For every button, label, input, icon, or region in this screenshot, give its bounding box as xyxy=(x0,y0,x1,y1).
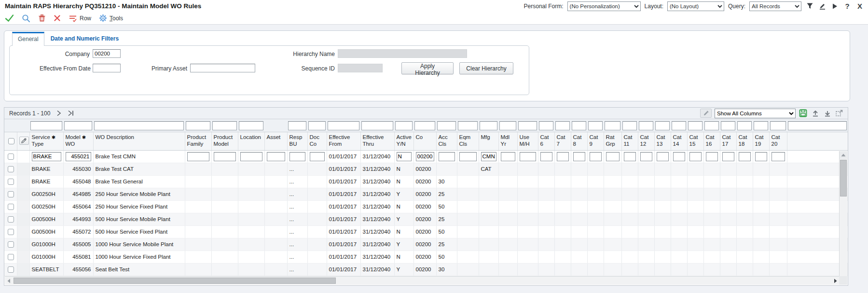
row-menu[interactable]: Row xyxy=(69,14,91,22)
row-checkbox[interactable] xyxy=(8,254,14,260)
cell-input-cat14[interactable] xyxy=(673,152,685,161)
row-checkbox[interactable] xyxy=(8,179,14,185)
tools-menu[interactable]: Tools xyxy=(99,14,123,22)
show-columns-select[interactable]: Show All Columns xyxy=(715,109,796,118)
qbe-input-resp_bu[interactable] xyxy=(288,121,306,130)
qbe-input-doc_co[interactable] xyxy=(308,121,326,130)
filter-icon[interactable] xyxy=(805,2,814,11)
qbe-input-co[interactable] xyxy=(414,121,435,130)
cell-input-cat16[interactable] xyxy=(706,152,718,161)
cell-input-mdl_yr[interactable] xyxy=(501,152,515,161)
company-field[interactable] xyxy=(93,49,121,58)
cell-input-cat12[interactable] xyxy=(640,152,652,161)
scroll-left-icon[interactable] xyxy=(5,277,13,285)
cell-input-cat17[interactable] xyxy=(722,152,734,161)
cell-input-co[interactable] xyxy=(416,152,434,161)
qbe-input-rat_grp[interactable] xyxy=(605,121,620,130)
cell-input-cat7[interactable] xyxy=(557,152,569,161)
qbe-input-cat14[interactable] xyxy=(672,121,686,130)
delete-button[interactable] xyxy=(38,14,46,22)
qbe-input-cat20[interactable] xyxy=(770,121,786,130)
cell-input-active_yn[interactable] xyxy=(397,152,412,161)
select-all-checkbox[interactable] xyxy=(8,138,14,144)
qbe-input-cat11[interactable] xyxy=(622,121,637,130)
column-header-doc_co[interactable]: DocCo xyxy=(307,132,327,150)
cell-input-service_type[interactable] xyxy=(32,152,61,161)
horizontal-scrollbar[interactable] xyxy=(5,276,839,285)
cell-input-cat19[interactable] xyxy=(755,152,767,161)
qbe-input-cat15[interactable] xyxy=(688,121,703,130)
column-header-rat_grp[interactable]: RatGrp xyxy=(604,132,621,150)
cell-input-mfg[interactable] xyxy=(481,152,496,161)
column-header-cat6[interactable]: Cat6 xyxy=(538,132,554,150)
cell-input-cat11[interactable] xyxy=(624,152,636,161)
download-grid-icon[interactable] xyxy=(823,109,832,118)
cell-input-cat15[interactable] xyxy=(689,152,702,161)
column-header-cat15[interactable]: Cat15 xyxy=(687,132,703,150)
export-grid-icon[interactable] xyxy=(799,109,808,118)
column-header-cat8[interactable]: Cat8 xyxy=(571,132,587,150)
column-header-location[interactable]: Location xyxy=(238,132,264,150)
scroll-right-icon[interactable] xyxy=(831,277,839,285)
cell-input-asset[interactable] xyxy=(267,152,285,161)
cell-input-cat8[interactable] xyxy=(573,152,585,161)
tab-general[interactable]: General xyxy=(12,32,44,46)
qbe-input-cat12[interactable] xyxy=(639,121,653,130)
qbe-input-cat7[interactable] xyxy=(555,121,570,130)
column-header-cat19[interactable]: Cat19 xyxy=(753,132,769,150)
column-header-eqm_cls[interactable]: EqmCls xyxy=(457,132,479,150)
cell-input-product_model[interactable] xyxy=(214,152,236,161)
qbe-input-use_mh[interactable] xyxy=(518,121,537,130)
column-header-cat14[interactable]: Cat14 xyxy=(671,132,687,150)
column-header-cat13[interactable]: Cat13 xyxy=(654,132,671,150)
column-header-eff_from[interactable]: EffectiveFrom xyxy=(327,132,360,150)
cell-input-resp_bu[interactable] xyxy=(289,152,305,161)
column-header-wo_desc[interactable]: WO Description xyxy=(93,132,185,150)
column-header-eff_thru[interactable]: EffectiveThru xyxy=(360,132,394,150)
row-checkbox[interactable] xyxy=(8,166,14,172)
column-header-cat20[interactable]: Cat20 xyxy=(769,132,787,150)
cell-input-cat6[interactable] xyxy=(540,152,552,161)
qbe-input-active_yn[interactable] xyxy=(395,121,413,130)
cell-input-rat_grp[interactable] xyxy=(606,152,620,161)
column-header-mfg[interactable]: Mfg xyxy=(479,132,498,150)
row-checkbox[interactable] xyxy=(8,241,14,248)
vertical-scrollbar-thumb[interactable] xyxy=(840,160,847,196)
expand-grid-icon[interactable] xyxy=(835,109,844,118)
cell-input-cat13[interactable] xyxy=(657,152,669,161)
cell-input-acc_cls[interactable] xyxy=(439,152,455,161)
qbe-input-eff_from[interactable] xyxy=(328,121,359,130)
import-grid-icon[interactable] xyxy=(811,109,820,118)
qbe-input-product_family[interactable] xyxy=(186,121,210,130)
row-checkbox[interactable] xyxy=(8,229,14,235)
apply-hierarchy-button[interactable]: Apply Hierarchy xyxy=(401,62,454,74)
qbe-input-cat18[interactable] xyxy=(737,121,752,130)
column-header-product_model[interactable]: ProductModel xyxy=(211,132,238,150)
tab-date-numeric-filters[interactable]: Date and Numeric Filters xyxy=(44,31,125,45)
scroll-up-icon[interactable] xyxy=(840,151,847,159)
column-header-active_yn[interactable]: ActiveY/N xyxy=(394,132,413,150)
row-checkbox[interactable] xyxy=(8,216,14,223)
cell-input-cat20[interactable] xyxy=(772,152,785,161)
column-header-use_mh[interactable]: UseM/H xyxy=(517,132,538,150)
column-header-model_wo[interactable]: Model✱WO xyxy=(63,132,93,150)
ok-button[interactable] xyxy=(5,14,14,22)
cell-input-model_wo[interactable] xyxy=(66,152,91,161)
qbe-input-cat17[interactable] xyxy=(721,121,735,130)
column-header-cat18[interactable]: Cat18 xyxy=(736,132,753,150)
column-header-filler[interactable] xyxy=(787,132,848,150)
qbe-input-filler[interactable] xyxy=(788,121,847,130)
qbe-input-cat16[interactable] xyxy=(704,121,719,130)
column-header-asset[interactable]: Asset xyxy=(264,132,287,150)
primary-asset-field[interactable] xyxy=(190,64,255,72)
find-button[interactable] xyxy=(22,14,30,23)
cell-input-doc_co[interactable] xyxy=(310,152,325,161)
qbe-input-cat13[interactable] xyxy=(655,121,670,130)
row-checkbox[interactable] xyxy=(8,266,14,273)
column-header-cat9[interactable]: Cat9 xyxy=(587,132,604,150)
qbe-input-mfg[interactable] xyxy=(480,121,497,130)
effective-from-date-field[interactable] xyxy=(93,64,121,72)
qbe-input-acc_cls[interactable] xyxy=(437,121,456,130)
cancel-button[interactable] xyxy=(54,14,61,22)
column-header-cat17[interactable]: Cat17 xyxy=(720,132,736,150)
